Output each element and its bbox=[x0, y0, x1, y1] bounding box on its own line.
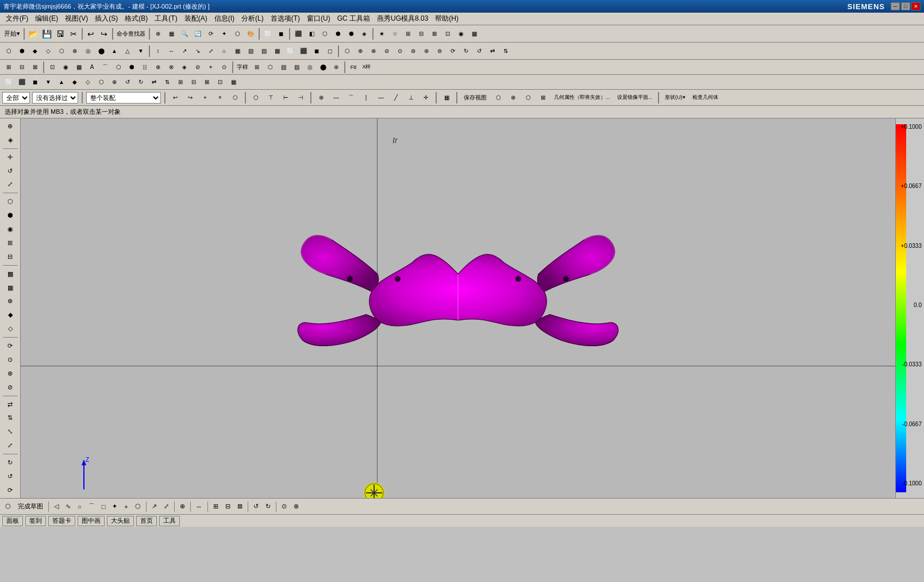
lp-tool8[interactable]: ⊕ bbox=[2, 295, 18, 308]
menu-item-T[interactable]: 工具(T) bbox=[151, 13, 180, 25]
status-item-首页[interactable]: 首页 bbox=[136, 516, 157, 526]
lp-tool5[interactable]: ⊟ bbox=[2, 250, 18, 263]
bt-tool3[interactable]: ⊠ bbox=[234, 500, 245, 513]
tb4-13[interactable]: ⇅ bbox=[161, 76, 174, 89]
tb2-29[interactable]: ⊘ bbox=[380, 45, 393, 58]
tb2-15[interactable]: ↘ bbox=[191, 45, 204, 58]
snap-cursor[interactable]: ✛ bbox=[419, 91, 432, 104]
filter-btn5[interactable]: ⬡ bbox=[229, 91, 241, 104]
tb3-12[interactable]: ⊕ bbox=[152, 61, 164, 74]
lp-tool17[interactable]: ⤡ bbox=[2, 425, 18, 438]
maximize-button[interactable]: □ bbox=[901, 2, 910, 10]
tb4-17[interactable]: ⊡ bbox=[214, 76, 226, 89]
bt-undo[interactable]: ◁ bbox=[51, 500, 61, 513]
tb3-27[interactable]: X样 bbox=[360, 61, 373, 74]
view1[interactable]: ⬜ bbox=[261, 28, 274, 40]
render2[interactable]: ☆ bbox=[388, 28, 401, 40]
tb4-4[interactable]: ▼ bbox=[42, 76, 55, 89]
tb2-22[interactable]: ⬜ bbox=[284, 45, 297, 58]
tb2-31[interactable]: ⊚ bbox=[407, 45, 419, 58]
lp-tool2[interactable]: ⬢ bbox=[2, 209, 18, 222]
bt-cross[interactable]: ⊕ bbox=[177, 500, 188, 513]
bt-diag[interactable]: ⤢ bbox=[161, 500, 172, 513]
lp-tool18[interactable]: ⤢ bbox=[2, 439, 18, 452]
view-more1[interactable]: ⬡ bbox=[492, 91, 505, 104]
lp-move[interactable]: ✛ bbox=[2, 151, 18, 164]
tb2-16[interactable]: ⤢ bbox=[205, 45, 217, 58]
tb2-32[interactable]: ⊛ bbox=[420, 45, 433, 58]
tb4-16[interactable]: ⊠ bbox=[201, 76, 213, 89]
menu-item-B[interactable]: 格式(B) bbox=[121, 13, 151, 25]
tb3-7[interactable]: A bbox=[86, 61, 98, 74]
snap-btn[interactable]: ⊕ bbox=[152, 28, 164, 40]
bt-hex[interactable]: ⬡ bbox=[132, 500, 144, 513]
minimize-button[interactable]: ─ bbox=[891, 2, 900, 10]
bt-tool4[interactable]: ↺ bbox=[251, 500, 261, 513]
bt-horiz[interactable]: ↔ bbox=[193, 500, 205, 513]
tb2-19[interactable]: ▧ bbox=[244, 45, 257, 58]
view-more4[interactable]: ⊠ bbox=[537, 91, 549, 104]
tool4[interactable]: ⟳ bbox=[205, 28, 217, 40]
tb4-2[interactable]: ⬛ bbox=[16, 76, 28, 89]
lp-tool6[interactable]: ▩ bbox=[2, 267, 18, 281]
tb2-2[interactable]: ⬢ bbox=[16, 45, 28, 58]
tb2-4[interactable]: ◇ bbox=[42, 45, 55, 58]
complete-sketch-btn[interactable]: 完成草图 bbox=[15, 500, 46, 513]
tb4-6[interactable]: ◆ bbox=[68, 76, 81, 89]
tool1[interactable]: ▦ bbox=[165, 28, 178, 40]
set-mirror-btn[interactable]: 设置镜像平面... bbox=[615, 91, 655, 104]
tb4-3[interactable]: ◼ bbox=[29, 76, 41, 89]
snap-line[interactable]: — bbox=[330, 91, 342, 104]
tb3-8[interactable]: ⌒ bbox=[99, 61, 111, 74]
tb2-13[interactable]: ↔ bbox=[165, 45, 178, 58]
assembly-select[interactable]: 整个装配 bbox=[86, 92, 161, 104]
menu-item-V[interactable]: 视图(V) bbox=[61, 13, 91, 25]
tb4-18[interactable]: ▦ bbox=[227, 76, 240, 89]
tb3-21[interactable]: ▧ bbox=[277, 61, 290, 74]
tb2-38[interactable]: ⇅ bbox=[499, 45, 512, 58]
tb3-16[interactable]: ⌖ bbox=[205, 61, 217, 74]
tb2-14[interactable]: ↗ bbox=[178, 45, 191, 58]
tool6[interactable]: ⬡ bbox=[231, 28, 244, 40]
view4[interactable]: ◧ bbox=[305, 28, 318, 40]
complete-sketch-icon[interactable]: ⬡ bbox=[2, 500, 14, 513]
render3[interactable]: ⊞ bbox=[402, 28, 414, 40]
start-button[interactable]: 开始▾ bbox=[2, 28, 22, 40]
shape-btn[interactable]: 形状(U)▾ bbox=[663, 91, 688, 104]
tb2-17[interactable]: ⌂ bbox=[218, 45, 230, 58]
bt-tool6[interactable]: ⊙ bbox=[279, 500, 290, 513]
bt-tool2[interactable]: ⊟ bbox=[222, 500, 233, 513]
tb3-9[interactable]: ⬡ bbox=[112, 61, 125, 74]
tb2-8[interactable]: ⬤ bbox=[95, 45, 107, 58]
tb3-10[interactable]: ⬢ bbox=[125, 61, 138, 74]
lp-tool3[interactable]: ◉ bbox=[2, 223, 18, 236]
tb3-22[interactable]: ▨ bbox=[290, 61, 303, 74]
snap-diag[interactable]: ╱ bbox=[390, 91, 402, 104]
bt-arc[interactable]: ⌒ bbox=[86, 500, 98, 513]
tb3-2[interactable]: ⊟ bbox=[16, 61, 28, 74]
snap-perp[interactable]: ⊥ bbox=[405, 91, 417, 104]
tb4-9[interactable]: ⊕ bbox=[108, 76, 121, 89]
save-btn[interactable]: 💾 bbox=[40, 28, 53, 40]
tb2-30[interactable]: ⊙ bbox=[394, 45, 406, 58]
tb3-1[interactable]: ⊞ bbox=[2, 61, 15, 74]
snap-arc[interactable]: ⌒ bbox=[345, 91, 357, 104]
view5[interactable]: ⬡ bbox=[318, 28, 331, 40]
open-btn[interactable]: 📂 bbox=[26, 28, 40, 40]
tb4-15[interactable]: ⊟ bbox=[187, 76, 200, 89]
tb4-5[interactable]: ▲ bbox=[55, 76, 68, 89]
status-item-答题卡[interactable]: 答题卡 bbox=[48, 516, 75, 526]
tb3-4[interactable]: ⊡ bbox=[46, 61, 59, 74]
saveas-btn[interactable]: 🖫 bbox=[54, 28, 67, 40]
tb4-10[interactable]: ↺ bbox=[121, 76, 134, 89]
filter-btn4[interactable]: × bbox=[214, 91, 226, 104]
lp-snap[interactable]: ◈ bbox=[2, 133, 18, 147]
tb2-25[interactable]: ◻ bbox=[324, 45, 336, 58]
tb2-6[interactable]: ⊕ bbox=[68, 45, 81, 58]
tb3-26[interactable]: F8 bbox=[347, 61, 360, 74]
view-front[interactable]: ⊢ bbox=[279, 91, 292, 104]
tb3-19[interactable]: ⊞ bbox=[251, 61, 263, 74]
render4[interactable]: ⊟ bbox=[415, 28, 428, 40]
status-item-工具[interactable]: 工具 bbox=[159, 516, 180, 526]
tb2-7[interactable]: ◎ bbox=[82, 45, 94, 58]
